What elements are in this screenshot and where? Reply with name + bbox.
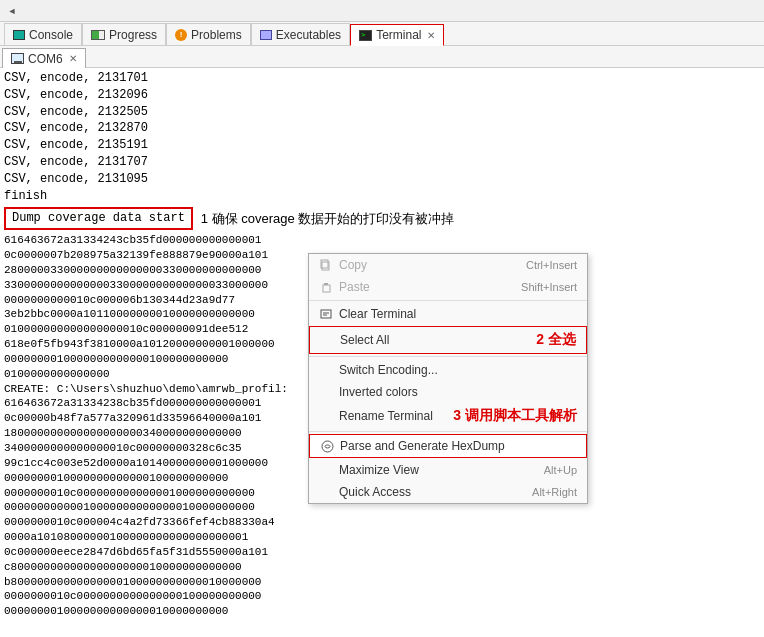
- dump-banner-row: Dump coverage data start 1 确保 coverage 数…: [4, 207, 760, 230]
- ctx-rename-terminal-label: Rename Terminal: [339, 409, 445, 423]
- tab-terminal-label: Terminal: [376, 28, 421, 42]
- ctx-rename-terminal[interactable]: Rename Terminal 3 调用脚本工具解析: [309, 403, 587, 429]
- csv-line-6: CSV, encode, 2131095: [4, 171, 760, 188]
- csv-line-4: CSV, encode, 2135191: [4, 137, 760, 154]
- maximize-view-icon: [319, 463, 333, 477]
- sub-tab-bar: COM6 ✕: [0, 46, 764, 68]
- parse-icon: [320, 439, 334, 453]
- ctx-quick-access[interactable]: Quick Access Alt+Right: [309, 481, 587, 503]
- switch-encoding-icon: [319, 363, 333, 377]
- ctx-rename-annotation: 3 调用脚本工具解析: [453, 407, 577, 425]
- hex2-line-14: 0000000010000000000000010000000000: [4, 604, 760, 619]
- tab-executables-label: Executables: [276, 28, 341, 42]
- ctx-clear-terminal[interactable]: Clear Terminal: [309, 303, 587, 325]
- ctx-copy-label: Copy: [339, 258, 367, 272]
- console-icon: [13, 30, 25, 40]
- clear-icon: [319, 307, 333, 321]
- ctx-clear-terminal-label: Clear Terminal: [339, 307, 416, 321]
- inverted-colors-icon: [319, 385, 333, 399]
- select-all-icon: [320, 333, 334, 347]
- dump-banner: Dump coverage data start: [4, 207, 193, 230]
- ctx-paste-shortcut: Shift+Insert: [521, 281, 577, 293]
- ctx-separator-3: [309, 431, 587, 432]
- exec-icon: [260, 30, 272, 40]
- csv-line-1: CSV, encode, 2132096: [4, 87, 760, 104]
- sub-tab-com6-label: COM6: [28, 52, 63, 66]
- ctx-copy[interactable]: Copy Ctrl+Insert: [309, 254, 587, 276]
- ctx-parse-hexdump[interactable]: Parse and Generate HexDump: [309, 434, 587, 458]
- sub-tab-com6[interactable]: COM6 ✕: [2, 48, 86, 68]
- problems-icon: !: [175, 29, 187, 41]
- ctx-select-all-annotation: 2 全选: [536, 331, 576, 349]
- svg-rect-3: [324, 283, 328, 285]
- hex2-line-11: c80000000000000000000010000000000000: [4, 560, 760, 575]
- ctx-select-all[interactable]: Select All 2 全选: [309, 326, 587, 354]
- progress-icon: [91, 30, 105, 40]
- csv-line-3: CSV, encode, 2132870: [4, 120, 760, 137]
- hex2-line-12: b80000000000000000100000000000010000000: [4, 575, 760, 590]
- ctx-switch-encoding-label: Switch Encoding...: [339, 363, 438, 377]
- csv-line-2: CSV, encode, 2132505: [4, 104, 760, 121]
- ctx-separator-1: [309, 300, 587, 301]
- dump-annotation: 1 确保 coverage 数据开始的打印没有被冲掉: [201, 210, 455, 228]
- svg-rect-2: [323, 285, 330, 292]
- ctx-maximize-shortcut: Alt+Up: [544, 464, 577, 476]
- svg-point-7: [322, 441, 333, 452]
- quick-access-icon: [319, 485, 333, 499]
- ctx-copy-shortcut: Ctrl+Insert: [526, 259, 577, 271]
- hex2-line-13: 0000000010c0000000000000000100000000000: [4, 589, 760, 604]
- tab-progress-label: Progress: [109, 28, 157, 42]
- tab-progress[interactable]: Progress: [82, 23, 166, 45]
- paste-icon: [319, 280, 333, 294]
- scroll-left-button[interactable]: ◄: [4, 3, 20, 19]
- main-content: CSV, encode, 2131701 CSV, encode, 213209…: [0, 68, 764, 637]
- csv-output: CSV, encode, 2131701 CSV, encode, 213209…: [4, 70, 760, 204]
- tab-terminal[interactable]: > Terminal ✕: [350, 24, 444, 46]
- hex2-line-10: 0c000000eece2847d6bd65fa5f31d5550000a101: [4, 545, 760, 560]
- ctx-select-all-label: Select All: [340, 333, 528, 347]
- svg-rect-4: [321, 310, 331, 318]
- ctx-maximize-view[interactable]: Maximize View Alt+Up: [309, 459, 587, 481]
- toolbar: ◄: [0, 0, 764, 22]
- ctx-inverted-colors[interactable]: Inverted colors: [309, 381, 587, 403]
- csv-line-5: CSV, encode, 2131707: [4, 154, 760, 171]
- tab-executables[interactable]: Executables: [251, 23, 350, 45]
- hex2-line-9: 0000a10108000000100000000000000000001: [4, 530, 760, 545]
- ctx-paste-label: Paste: [339, 280, 370, 294]
- ctx-quick-access-label: Quick Access: [339, 485, 411, 499]
- copy-icon: [319, 258, 333, 272]
- hex2-line-8: 0000000010c000004c4a2fd73366fef4cb88330a…: [4, 515, 760, 530]
- tab-console[interactable]: Console: [4, 23, 82, 45]
- ctx-maximize-view-label: Maximize View: [339, 463, 419, 477]
- ctx-paste[interactable]: Paste Shift+Insert: [309, 276, 587, 298]
- csv-line-finish: finish: [4, 188, 760, 205]
- tab-console-label: Console: [29, 28, 73, 42]
- rename-terminal-icon: [319, 409, 333, 423]
- ctx-parse-hexdump-label: Parse and Generate HexDump: [340, 439, 505, 453]
- scroll-left-arrow: ◄: [8, 6, 17, 16]
- hex-line-0: 616463672a31334243cb35fd000000000000001: [4, 233, 760, 248]
- com6-monitor-icon: [11, 53, 24, 64]
- ctx-quick-access-shortcut: Alt+Right: [532, 486, 577, 498]
- tab-bar: Console Progress ! Problems Executables …: [0, 22, 764, 46]
- tab-terminal-close[interactable]: ✕: [427, 30, 435, 41]
- ctx-switch-encoding[interactable]: Switch Encoding...: [309, 359, 587, 381]
- tab-problems[interactable]: ! Problems: [166, 23, 251, 45]
- csv-line-0: CSV, encode, 2131701: [4, 70, 760, 87]
- terminal-icon: >: [359, 30, 372, 41]
- ctx-separator-2: [309, 356, 587, 357]
- tab-problems-label: Problems: [191, 28, 242, 42]
- sub-tab-com6-close[interactable]: ✕: [69, 53, 77, 64]
- context-menu: Copy Ctrl+Insert Paste Shift+Insert Clea…: [308, 253, 588, 504]
- ctx-inverted-colors-label: Inverted colors: [339, 385, 418, 399]
